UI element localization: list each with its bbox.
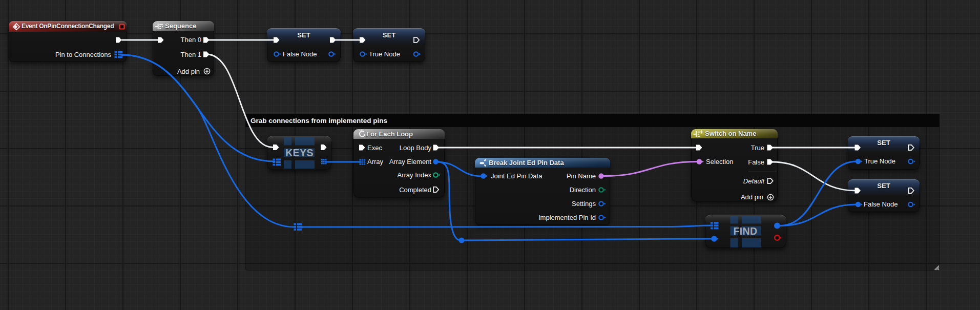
svg-text:FIND: FIND xyxy=(733,225,757,237)
svg-text:KEYS: KEYS xyxy=(285,147,314,158)
